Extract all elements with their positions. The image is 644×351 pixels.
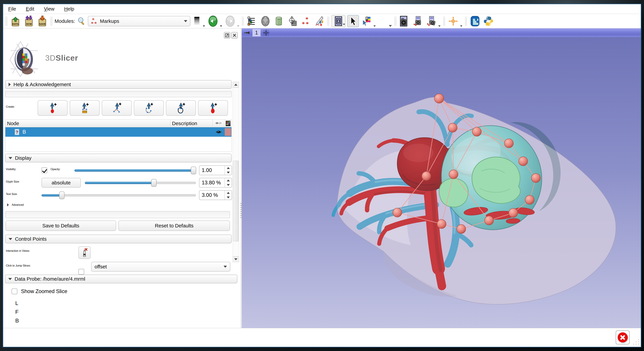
visibility-checkbox[interactable] (42, 168, 47, 173)
panel-close-button[interactable] (231, 32, 238, 38)
control-points-section-header[interactable]: Control Points (5, 234, 232, 243)
crosshair-dropdown-arrow[interactable] (460, 25, 462, 27)
control-point[interactable] (472, 127, 482, 136)
view-crosshair-icon[interactable] (262, 29, 270, 36)
glyph-size-mode-button[interactable]: absolute (42, 178, 81, 188)
panel-view-splitter[interactable] (240, 28, 242, 328)
control-point[interactable] (518, 157, 528, 166)
spin-up-button[interactable] (225, 166, 232, 170)
toolbar-handle[interactable] (443, 17, 445, 26)
module-search-button[interactable] (77, 15, 86, 27)
control-point[interactable] (449, 170, 458, 179)
menu-view[interactable]: View (44, 6, 54, 12)
text-size-slider-handle[interactable] (59, 192, 64, 199)
create-line-button[interactable] (70, 100, 100, 116)
control-point[interactable] (422, 172, 431, 180)
history-forward-button[interactable] (224, 15, 236, 27)
glyph-size-slider[interactable] (85, 182, 196, 184)
scene-view-restore-button[interactable] (426, 15, 437, 27)
create-closed-curve-button[interactable] (166, 100, 196, 116)
text-size-spinbox[interactable]: 3.00 % (199, 190, 232, 200)
place-persistent-dropdown-arrow[interactable] (389, 25, 392, 27)
control-point[interactable] (525, 195, 534, 204)
glyph-size-spinbox[interactable]: 13.80 % (199, 178, 232, 188)
column-header-description[interactable]: Description (170, 120, 213, 127)
panel-undock-button[interactable] (224, 32, 230, 38)
spin-up-button[interactable] (225, 178, 232, 183)
threed-view-controller-bar[interactable]: 1 (242, 28, 641, 37)
place-markup-dropdown-arrow[interactable] (374, 25, 376, 27)
toolbar-handle[interactable] (6, 17, 7, 26)
show-zoomed-slice-checkbox[interactable] (12, 288, 17, 294)
control-point[interactable] (434, 94, 444, 103)
advanced-section-header[interactable]: Advanced (7, 203, 24, 207)
create-open-curve-button[interactable] (134, 100, 164, 116)
node-color-swatch[interactable] (225, 128, 231, 136)
control-point[interactable] (484, 216, 494, 225)
resize-grip[interactable] (632, 338, 640, 345)
crosshair-button[interactable] (447, 15, 459, 27)
node-row-b[interactable]: ? B (6, 127, 232, 137)
control-point[interactable] (531, 174, 540, 182)
toolbar-handle[interactable] (50, 17, 52, 26)
create-angle-button[interactable] (102, 100, 132, 116)
control-point[interactable] (504, 139, 514, 148)
dicom-button[interactable]: DCM (23, 15, 35, 27)
extensions-manager-button[interactable] (469, 15, 481, 27)
spin-down-button[interactable] (225, 170, 232, 175)
place-markup-button[interactable] (361, 15, 372, 27)
control-point[interactable] (509, 208, 518, 218)
column-header-node[interactable]: Node (6, 120, 170, 127)
opacity-slider[interactable] (74, 169, 196, 172)
glyph-size-slider-handle[interactable] (151, 179, 156, 187)
scene-view-dropdown-arrow[interactable] (438, 25, 440, 27)
jump-mode-combobox[interactable]: offset (91, 262, 230, 272)
node-visibility-toggle[interactable] (213, 130, 225, 134)
menu-help[interactable]: Help (64, 6, 74, 12)
scrollbar-down-button[interactable] (233, 256, 239, 262)
scene-view-capture-button[interactable] (412, 15, 424, 27)
toolbar-handle[interactable] (328, 17, 329, 26)
module-history-button[interactable] (192, 15, 202, 27)
column-header-visibility[interactable] (213, 120, 225, 127)
back-dropdown-arrow[interactable] (220, 25, 222, 27)
history-back-button[interactable] (207, 15, 219, 27)
opacity-spinbox[interactable]: 1.00 (199, 166, 232, 175)
pin-icon[interactable] (244, 30, 250, 35)
reset-to-defaults-button[interactable]: Reset to Defaults (118, 220, 230, 231)
create-plane-button[interactable] (198, 100, 228, 116)
volume-rendering-button[interactable] (286, 15, 298, 27)
volumes-module-button[interactable] (273, 15, 285, 27)
models-module-button[interactable] (260, 15, 271, 27)
layout-dropdown-arrow[interactable] (343, 24, 345, 25)
threed-viewport[interactable] (242, 37, 641, 328)
screenshot-button[interactable] (398, 15, 410, 27)
spin-up-button[interactable] (225, 190, 232, 195)
toolbar-handle[interactable] (242, 17, 244, 26)
create-point-list-button[interactable] (38, 100, 68, 116)
mouse-interaction-button[interactable] (347, 15, 359, 27)
spin-down-button[interactable] (225, 183, 232, 187)
load-data-button[interactable]: DATA (10, 15, 21, 27)
data-probe-section-header[interactable]: Data Probe: /home/aure/4.mrml (5, 274, 237, 283)
scrollbar-up-button[interactable] (233, 82, 239, 88)
markups-module-button[interactable] (300, 15, 312, 27)
forward-dropdown-arrow[interactable] (237, 25, 239, 27)
menu-edit[interactable]: Edit (26, 6, 34, 12)
save-to-defaults-button[interactable]: Save to Defaults (6, 220, 116, 231)
subject-hierarchy-button[interactable] (246, 15, 258, 27)
toolbar-handle[interactable] (394, 17, 396, 26)
control-point[interactable] (448, 123, 457, 132)
control-point[interactable] (393, 208, 402, 217)
display-section-header[interactable]: Display (5, 154, 232, 162)
toolbar-handle[interactable] (465, 17, 467, 26)
menu-file[interactable]: File (8, 6, 16, 12)
control-point[interactable] (437, 220, 446, 228)
save-button[interactable]: SAVE (36, 15, 48, 27)
python-console-button[interactable] (482, 15, 494, 27)
column-header-color[interactable] (225, 120, 232, 127)
jump-slices-checkbox[interactable] (78, 269, 84, 274)
interaction-in-views-button[interactable] (78, 246, 90, 259)
spin-down-button[interactable] (225, 195, 232, 200)
help-acknowledgement-section[interactable]: Help & Acknowledgement (5, 80, 232, 89)
